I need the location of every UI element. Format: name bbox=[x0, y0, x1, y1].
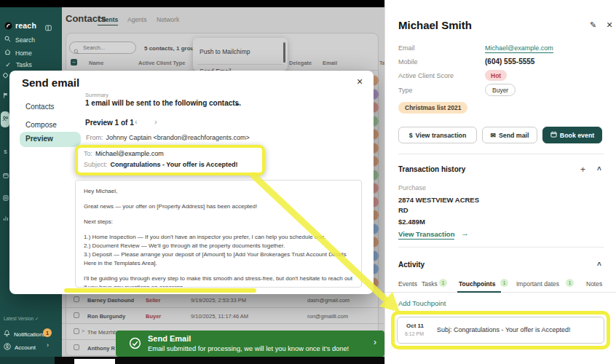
score-label: Active Client Score bbox=[398, 72, 454, 79]
check-circle-icon bbox=[129, 337, 141, 352]
to-line: To:Michael@example.com bbox=[84, 150, 164, 157]
flag-icon[interactable] bbox=[1, 91, 9, 99]
bottom-strip bbox=[0, 357, 384, 364]
tab-touchpoints[interactable]: Touchpoints bbox=[459, 280, 495, 288]
tab-notes[interactable]: Notes bbox=[586, 280, 602, 288]
summary-text: 1 email will be sent to the following co… bbox=[85, 99, 241, 107]
calendar-icon bbox=[550, 131, 557, 139]
sidebar-item-notifications[interactable]: Notifications bbox=[4, 330, 46, 339]
touchpoint-time: 6:12 PM bbox=[405, 331, 424, 336]
step-preview[interactable]: Preview bbox=[20, 132, 81, 147]
edit-icon[interactable]: ✎ bbox=[590, 20, 596, 30]
add-transaction-icon[interactable]: + bbox=[580, 165, 585, 175]
book-event-button[interactable]: Book event bbox=[542, 127, 602, 143]
account-label: Account bbox=[15, 344, 36, 351]
account-chevron-icon: › bbox=[47, 341, 49, 349]
email-body-paragraph: 1.) Home Inspection — If you don't have … bbox=[84, 233, 353, 242]
mobile-label: Mobile bbox=[398, 58, 418, 66]
close-icon[interactable]: × bbox=[607, 19, 612, 31]
brand-name: reach bbox=[15, 21, 36, 30]
send-email-modal: Send email × Contacts Compose Preview Su… bbox=[9, 71, 374, 294]
view-transaction-link[interactable]: View Transaction bbox=[398, 230, 454, 240]
step-contacts[interactable]: Contacts bbox=[25, 103, 54, 111]
contact-detail-panel: Michael Smith ✎ × Email Michael@example.… bbox=[384, 0, 616, 364]
tab-events[interactable]: Events bbox=[398, 280, 417, 288]
important-dates-count-badge: 1 bbox=[566, 279, 574, 287]
email-body-paragraph: Next steps: bbox=[84, 218, 353, 226]
reports-icon[interactable] bbox=[1, 214, 9, 222]
activity-heading: Activity bbox=[398, 261, 425, 269]
preview-next-icon[interactable]: › bbox=[154, 117, 157, 126]
collapse-transactions-icon[interactable]: ^ bbox=[597, 166, 601, 174]
step-compose[interactable]: Compose bbox=[25, 121, 57, 129]
reach-logo-icon bbox=[4, 22, 12, 30]
view-transaction-button[interactable]: $ View transaction bbox=[398, 127, 477, 143]
preview-prev-icon[interactable]: ‹ bbox=[135, 117, 138, 126]
send-mail-label: Send mail bbox=[499, 132, 529, 139]
envelope-icon: ✉ bbox=[491, 132, 496, 139]
notifications-badge: 1 bbox=[43, 328, 52, 337]
contact-email-link[interactable]: Michael@example.com bbox=[485, 44, 553, 53]
transaction-address-line2: RD bbox=[398, 206, 408, 214]
transactions-dollar-icon[interactable]: $ bbox=[1, 148, 9, 156]
book-event-label: Book event bbox=[560, 132, 594, 139]
add-touchpoint-link[interactable]: Add Touchpoint bbox=[398, 299, 446, 307]
touchpoint-date: Oct 11 bbox=[406, 323, 424, 329]
tasks-count-badge: 1 bbox=[439, 279, 447, 287]
highlight-underline bbox=[64, 288, 256, 293]
calendar-icon[interactable] bbox=[1, 171, 9, 179]
collapse-sidebar-icon[interactable] bbox=[45, 21, 52, 34]
contact-name: Michael Smith bbox=[398, 19, 472, 31]
transaction-address-line1: 2874 WESTVIEW ACRES bbox=[398, 196, 479, 204]
email-body-paragraph: Great news — your offer on [Property Add… bbox=[84, 202, 353, 211]
tab-important-dates[interactable]: Important dates bbox=[516, 280, 559, 288]
to-subject-highlight: To:Michael@example.com Subject:Congratul… bbox=[75, 145, 265, 175]
send-email-toast[interactable]: Send Email Email submitted for processin… bbox=[116, 331, 384, 357]
sidebar-item-label: Search bbox=[15, 36, 35, 44]
email-body-paragraph: 2.) Document Review — We'll go through a… bbox=[84, 242, 353, 250]
from-line: From:Johnny Captain <brandon@reachforage… bbox=[86, 134, 250, 141]
summary-chevron-down-icon[interactable]: ⌄ bbox=[234, 99, 240, 107]
sidebar-item-home[interactable]: Home bbox=[4, 49, 32, 57]
close-icon[interactable]: × bbox=[357, 76, 363, 87]
tasks-check-icon: ✓ bbox=[4, 61, 12, 68]
sidebar-item-account[interactable]: Account bbox=[4, 343, 36, 352]
email-body-paragraph: I'll be guiding you through every step t… bbox=[84, 274, 353, 288]
toast-chevron-icon[interactable]: › bbox=[374, 337, 376, 347]
sidebar-item-tasks[interactable]: ✓ Tasks bbox=[4, 61, 32, 68]
email-label: Email bbox=[398, 44, 415, 52]
collapse-activity-icon[interactable]: ^ bbox=[597, 261, 601, 269]
sidebar-item-label: Tasks bbox=[16, 61, 32, 68]
contact-tag: Christmas list 2021 bbox=[398, 102, 467, 114]
type-badge: Buyer bbox=[485, 84, 516, 96]
dollar-icon: $ bbox=[409, 132, 413, 139]
account-icon bbox=[4, 343, 11, 352]
notifications-label: Notifications bbox=[14, 331, 46, 338]
sidebar-item-search[interactable]: Search bbox=[4, 36, 35, 44]
to-value: Michael@example.com bbox=[95, 150, 164, 157]
touchpoints-count-badge: 1 bbox=[500, 279, 508, 287]
bell-icon bbox=[4, 330, 10, 339]
divider bbox=[398, 247, 604, 248]
transaction-amount: $2.489M bbox=[398, 218, 425, 226]
step-preview-label: Preview bbox=[25, 135, 53, 143]
email-body: Hey Michael, Great news — your offer on … bbox=[75, 180, 362, 288]
home-icon bbox=[4, 49, 11, 57]
to-label: To: bbox=[84, 150, 92, 157]
send-mail-button[interactable]: ✉ Send mail bbox=[482, 127, 537, 143]
templates-icon[interactable] bbox=[1, 194, 9, 202]
touchpoint-item[interactable]: Oct 11 6:12 PM Subj: Congratulations - Y… bbox=[397, 317, 604, 344]
tags-icon[interactable] bbox=[1, 71, 9, 79]
transaction-history-heading: Transaction history bbox=[398, 165, 465, 173]
modal-title: Send email bbox=[22, 76, 79, 89]
contacts-icon[interactable] bbox=[1, 114, 9, 122]
view-transaction-label: View transaction bbox=[416, 132, 467, 139]
from-label: From: bbox=[86, 134, 103, 141]
app-root: reach Search Home ✓ Tasks $ Latest Versi… bbox=[0, 0, 616, 364]
summary-label: Summary bbox=[85, 92, 108, 98]
tab-tasks[interactable]: Tasks bbox=[422, 280, 438, 288]
divider bbox=[398, 154, 604, 154]
preview-counter: Preview 1 of 1 bbox=[85, 119, 134, 127]
from-value: Johnny Captain <brandon@reachforagents.c… bbox=[106, 134, 250, 141]
bottom-strip-teal bbox=[0, 357, 55, 364]
